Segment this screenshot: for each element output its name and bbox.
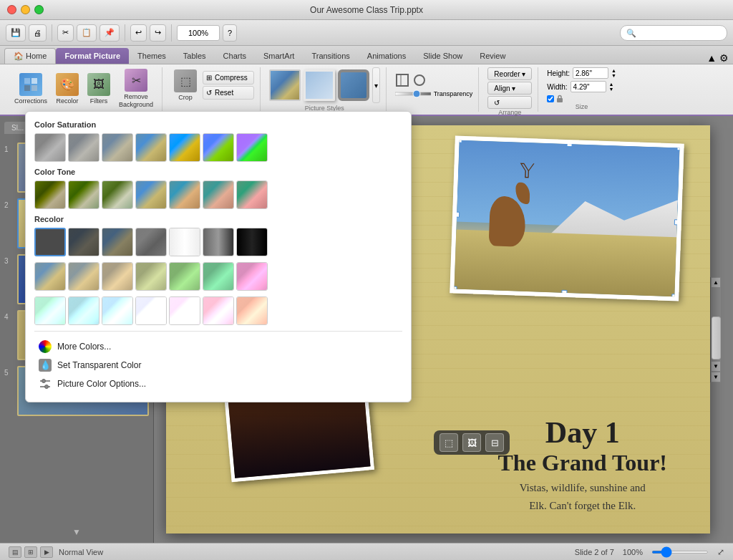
tab-smartart[interactable]: SmartArt [255,48,303,64]
filters-button[interactable]: 🖼 Filters [84,72,113,106]
saturation-swatch-5[interactable] [203,133,234,162]
tone-swatch-5[interactable] [203,180,234,209]
corrections-button[interactable]: Corrections [11,72,50,106]
style-1[interactable] [269,69,301,101]
style-3[interactable] [338,69,369,101]
height-input[interactable] [573,67,608,79]
recolor-swatch-b5[interactable] [169,262,200,291]
saturation-swatch-4[interactable] [169,133,200,162]
window-controls[interactable] [7,5,44,14]
tab-slideshow[interactable]: Slide Show [414,48,471,64]
tab-animations[interactable]: Animations [359,48,414,64]
handle-ml[interactable] [454,211,460,217]
recolor-swatch-b7[interactable] [236,262,268,291]
recolor-swatch-4[interactable] [169,228,200,256]
tab-charts[interactable]: Charts [215,48,255,64]
print-button[interactable]: 🖨 [29,24,47,42]
handle-tl[interactable] [457,137,462,143]
lock-ratio-checkbox[interactable] [547,95,554,102]
presenter-view-button[interactable]: ▶ [40,546,53,558]
set-transparent-item[interactable]: 💧 Set Transparent Color [34,356,402,375]
tone-swatch-1[interactable] [68,180,99,209]
recolor-swatch-c2[interactable] [68,296,99,325]
elk-photo[interactable]: 𝕐 [450,135,684,301]
canvas-tb-btn-3[interactable]: ⊟ [485,433,504,452]
compress-button[interactable]: ⊞ Compress [203,71,254,85]
saturation-swatch-3[interactable] [135,133,167,162]
recolor-swatch-c4[interactable] [135,296,167,325]
width-stepper[interactable]: ▲ ▼ [609,82,614,92]
recolor-swatch-c1[interactable] [34,296,66,325]
maximize-button[interactable] [34,5,44,14]
recolor-swatch-b2[interactable] [68,262,99,291]
handle-mr[interactable] [674,219,680,225]
tab-format-picture[interactable]: Format Picture [56,48,129,64]
more-styles-button[interactable]: ▾ [372,67,380,103]
scroll-down-arrow-2[interactable]: ▼ [711,372,721,382]
slide-day-text[interactable]: Day 1 [497,415,667,450]
collapse-ribbon-button[interactable]: ▲ [707,52,717,64]
tab-tables[interactable]: Tables [175,48,215,64]
tab-transitions[interactable]: Transitions [303,48,358,64]
align-button[interactable]: Align ▾ [487,82,532,95]
undo-button[interactable]: ↩ [130,24,147,42]
canvas-tb-btn-1[interactable]: ⬚ [440,433,458,452]
handle-tc[interactable] [566,141,572,147]
recolor-button[interactable]: 🎨 Recolor [53,72,82,106]
style-2[interactable] [304,69,335,101]
tone-swatch-4[interactable] [169,180,200,209]
tab-review[interactable]: Review [471,48,514,64]
zoom-input[interactable]: 100% [177,25,220,41]
recolor-swatch-6[interactable] [236,228,268,256]
recolor-swatch-1[interactable] [68,228,99,256]
recolor-swatch-c6[interactable] [203,296,234,325]
scroll-thumb[interactable] [712,317,721,359]
vertical-scrollbar[interactable]: ▲ ▼ ▼ [710,277,721,382]
more-colors-item[interactable]: More Colors... [34,337,402,356]
redo-button[interactable]: ↪ [150,24,166,42]
tone-swatch-6[interactable] [236,180,268,209]
saturation-swatch-0[interactable] [34,133,66,162]
recolor-swatch-5[interactable] [203,228,234,256]
handle-br[interactable] [671,294,677,299]
recolor-swatch-2[interactable] [102,228,133,256]
scroll-down-arrow-1[interactable]: ▼ [711,361,721,372]
crop-button[interactable]: ⬚ Crop [171,68,200,102]
slide-subtitle[interactable]: The Grand Tour! [497,450,667,476]
recolor-swatch-3[interactable] [135,228,167,256]
handle-tr[interactable] [676,145,682,150]
cut-button[interactable]: ✂ [57,24,74,42]
width-input[interactable] [571,81,606,92]
tone-swatch-3[interactable] [135,180,167,209]
tab-themes[interactable]: Themes [129,48,175,64]
recolor-swatch-original[interactable] [34,228,66,256]
handle-bl[interactable] [451,286,457,291]
tab-home[interactable]: 🏠 Home [4,48,56,64]
remove-background-button[interactable]: ✂ RemoveBackground [116,67,156,110]
tone-swatch-0[interactable] [34,180,66,209]
reset-button[interactable]: ↺ Reset [203,86,254,100]
picture-color-options-item[interactable]: Picture Color Options... [34,375,402,393]
recolor-swatch-c3[interactable] [102,296,133,325]
rotate-button[interactable]: ↺ [487,96,532,109]
tone-swatch-2[interactable] [102,180,133,209]
handle-bc[interactable] [561,290,567,296]
saturation-swatch-6[interactable] [236,133,268,162]
copy-button[interactable]: 📋 [77,24,97,42]
search-input[interactable] [620,25,727,41]
reorder-button[interactable]: Reorder ▾ [487,67,532,80]
height-stepper[interactable]: ▲ ▼ [611,68,616,78]
recolor-swatch-b3[interactable] [102,262,133,291]
saturation-swatch-2[interactable] [102,133,133,162]
grid-view-button[interactable]: ⊞ [24,546,37,558]
close-button[interactable] [7,5,16,14]
save-button[interactable]: 💾 [6,24,26,42]
recolor-swatch-c5[interactable] [169,296,200,325]
help-button[interactable]: ? [223,24,237,42]
scroll-up-arrow[interactable]: ▲ [711,277,721,288]
ribbon-options-button[interactable]: ⚙ [719,52,729,64]
paste-button[interactable]: 📌 [99,24,120,42]
recolor-swatch-c7[interactable] [236,296,268,325]
zoom-slider[interactable] [651,551,709,554]
recolor-swatch-b1[interactable] [34,262,66,291]
